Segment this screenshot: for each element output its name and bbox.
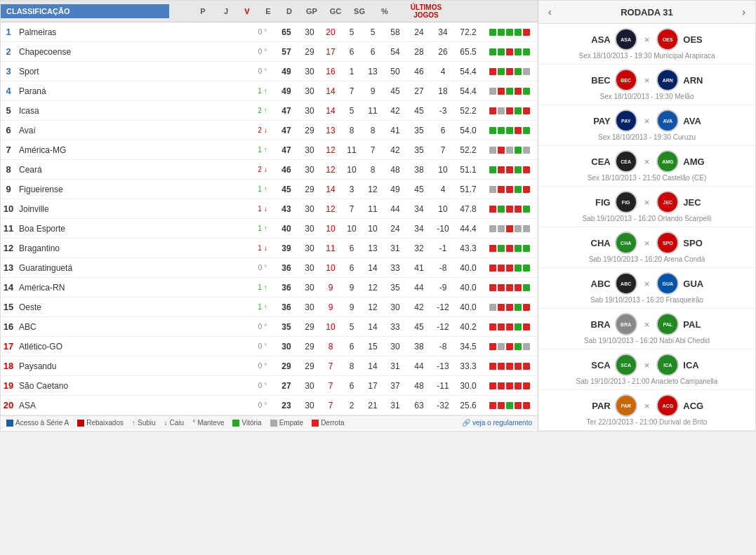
team-gp: 54 [383, 47, 407, 57]
form-dot [498, 147, 505, 154]
form-dot [498, 186, 505, 193]
team-pct: 52.2 [455, 145, 482, 155]
rank-number: 5 [1, 105, 16, 116]
team-draws: 6 [341, 243, 362, 253]
club-logo: PAY [615, 109, 637, 132]
form-dot [523, 284, 530, 291]
team-sg: 7 [431, 145, 455, 155]
team-wins: 16 [320, 67, 341, 76]
match-separator: × [642, 360, 653, 370]
team-gc: 42 [407, 302, 431, 312]
club-logo: CEA [615, 150, 637, 173]
team-wins: 12 [320, 145, 341, 155]
form-dot [523, 48, 530, 55]
team-losses: 11 [362, 204, 383, 214]
legend-orange-box [312, 420, 319, 427]
team-sg: 34 [431, 27, 455, 37]
form-dot [489, 29, 496, 36]
club-logo: SCA [615, 354, 637, 376]
rank-number: 11 [1, 223, 16, 234]
form-dot [523, 363, 530, 370]
team-gc: 24 [407, 27, 431, 37]
rank-number: 14 [1, 282, 16, 293]
team-form [482, 88, 538, 95]
team-points: 49 [274, 67, 299, 76]
form-dot [506, 206, 513, 213]
next-round-button[interactable]: › [738, 5, 750, 19]
form-dot [506, 147, 513, 154]
team-gc: 35 [407, 126, 431, 135]
header-d: D [279, 7, 300, 15]
form-dot [489, 206, 496, 213]
regulation-link-text[interactable]: veja o regulamento [472, 419, 532, 427]
match-teams-row: BRA BRA × PAL PAL [544, 313, 750, 335]
form-dot [506, 245, 513, 252]
team-gp: 45 [383, 86, 407, 96]
team-change: 0 ° [251, 67, 274, 75]
form-dot [506, 127, 513, 134]
table-row: 3 Sport 0 ° 49 30 16 1 13 50 46 4 54.4 [1, 62, 538, 81]
regulation-link[interactable]: 🔗 veja o regulamento [462, 419, 532, 427]
legend-access-text: Acesso à Série A [15, 419, 69, 427]
team-form [482, 186, 538, 193]
table-row: 15 Oeste 1 ↑ 36 30 9 9 12 30 42 -12 40.0 [1, 297, 538, 317]
team-name: Oeste [16, 302, 251, 312]
form-dot [515, 284, 522, 291]
legend-down: ↓ Caiu [164, 419, 185, 427]
rank-number: 20 [1, 400, 16, 410]
form-dot [498, 284, 505, 291]
team-draws: 5 [341, 322, 362, 332]
team-sg: -8 [431, 342, 455, 352]
legend-blue-box [6, 420, 13, 427]
team-pct: 51.7 [455, 185, 482, 194]
table-row: 17 Atlético-GO 0 ° 30 29 8 6 15 30 38 -8… [1, 337, 538, 356]
team-change: 0 ° [251, 48, 274, 55]
team-name: Paysandu [16, 361, 251, 371]
rank-number: 10 [1, 203, 16, 214]
table-row: 4 Paraná 1 ↑ 49 30 14 7 9 45 27 18 54.4 [1, 81, 538, 101]
home-abbr: SCA [584, 360, 611, 370]
club-logo: PAR [615, 394, 637, 417]
main-container: CLASSIFICAÇÃO P J V E D GP GC SG % ÚLTIM… [0, 0, 756, 432]
rank-number: 13 [1, 262, 16, 273]
form-dot [506, 166, 513, 173]
legend-same-symbol: ° [192, 419, 195, 427]
team-gc: 34 [407, 204, 431, 214]
away-abbr: AMG [683, 156, 710, 167]
form-dot [489, 127, 496, 134]
team-pct: 25.6 [455, 401, 482, 410]
prev-round-button[interactable]: ‹ [544, 5, 556, 19]
team-sg: -1 [431, 243, 455, 253]
team-points: 40 [274, 224, 299, 234]
team-losses: 14 [362, 263, 383, 273]
form-dot [523, 206, 530, 213]
form-dot [506, 186, 513, 193]
team-draws: 9 [341, 283, 362, 293]
team-losses: 9 [362, 86, 383, 96]
form-dot [498, 304, 505, 311]
legend-up-symbol: ↑ [132, 419, 135, 427]
home-abbr: FIG [584, 197, 611, 208]
match-separator: × [642, 75, 653, 86]
team-losses: 12 [362, 302, 383, 312]
team-name: Sport [16, 67, 251, 76]
team-pct: 43.3 [455, 243, 482, 253]
form-dot [515, 206, 522, 213]
team-gp: 37 [383, 381, 407, 391]
match-info: Sab 19/10/2013 - 16:20 Orlando Scarpelli [544, 215, 750, 222]
form-dot [498, 48, 505, 55]
team-name: ABC [16, 322, 251, 332]
form-dot [506, 382, 513, 389]
team-gc: 35 [407, 145, 431, 155]
table-row: 6 Avaí 2 ↓ 47 29 13 8 8 41 35 6 54.0 [1, 121, 538, 140]
rank-number: 15 [1, 302, 16, 312]
team-points: 35 [274, 322, 299, 332]
club-logo: ARN [656, 69, 679, 91]
match-separator: × [642, 34, 653, 45]
team-pct: 52.2 [455, 106, 482, 116]
club-logo: ABC [615, 272, 637, 295]
team-name: Palmeiras [16, 27, 251, 37]
form-dot [489, 186, 496, 193]
table-row: 1 Palmeiras 0 ° 65 30 20 5 5 58 24 34 72… [1, 22, 538, 42]
legend-loss: Derrota [312, 419, 344, 427]
